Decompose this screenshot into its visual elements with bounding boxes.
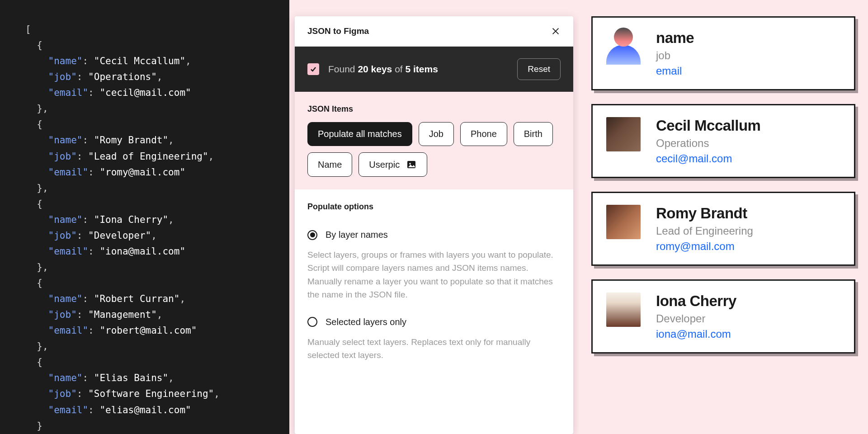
card-name: name <box>656 29 694 47</box>
plugin-window: JSON to Figma Found 20 keys of 5 items R… <box>295 16 573 434</box>
user-card[interactable]: Cecil MccallumOperationscecil@mail.com <box>591 104 855 178</box>
radio-selected-layers[interactable]: Selected layers only <box>307 317 561 327</box>
avatar <box>606 205 641 239</box>
pill-label: Birth <box>524 129 542 139</box>
status-text: Found 20 keys of 5 items <box>328 64 438 75</box>
image-icon <box>406 159 417 170</box>
status-bar: Found 20 keys of 5 items Reset <box>295 47 573 92</box>
card-email: cecil@mail.com <box>656 152 760 165</box>
avatar-placeholder-icon <box>606 29 641 64</box>
pill-birth[interactable]: Birth <box>514 122 553 146</box>
json-items-section: JSON Items Populate all matches Job Phon… <box>295 92 573 189</box>
pill-populate-all[interactable]: Populate all matches <box>307 122 412 146</box>
pill-phone[interactable]: Phone <box>460 122 507 146</box>
card-job: Operations <box>656 137 760 150</box>
card-email: iona@mail.com <box>656 328 736 340</box>
json-code-panel: [ { "name": "Cecil Mccallum", "job": "Op… <box>0 0 289 434</box>
pill-label: Userpic <box>369 160 400 170</box>
status-items: 5 items <box>406 64 438 74</box>
user-card[interactable]: Iona CherryDeveloperiona@mail.com <box>591 279 855 354</box>
card-name: Cecil Mccallum <box>656 117 760 134</box>
card-email: romy@mail.com <box>656 240 753 253</box>
card-job: Developer <box>656 312 736 325</box>
option-description: Manualy select text layers. Replaces tex… <box>307 335 561 362</box>
radio-icon <box>307 317 317 327</box>
pill-name[interactable]: Name <box>307 152 352 177</box>
avatar <box>606 292 641 327</box>
plugin-header: JSON to Figma <box>295 16 573 47</box>
status-left: Found 20 keys of 5 items <box>307 63 438 75</box>
user-card[interactable]: Romy BrandtLead of Engineeringromy@mail.… <box>591 192 855 266</box>
svg-point-1 <box>409 163 411 165</box>
card-text: Cecil MccallumOperationscecil@mail.com <box>656 117 760 165</box>
option-description: Select layers, groups or frames with lay… <box>307 248 561 302</box>
radio-icon <box>307 230 317 240</box>
plugin-column: JSON to Figma Found 20 keys of 5 items R… <box>289 0 579 434</box>
plugin-title: JSON to Figma <box>307 26 369 36</box>
pill-label: Name <box>318 160 342 170</box>
radio-by-layer-names[interactable]: By layer names <box>307 230 561 240</box>
pill-label: Phone <box>471 129 497 139</box>
pill-label: Populate all matches <box>318 129 402 139</box>
json-items-label: JSON Items <box>307 104 561 114</box>
card-name: Iona Cherry <box>656 292 736 310</box>
user-card[interactable]: namejobemail <box>591 16 855 90</box>
card-text: Romy BrandtLead of Engineeringromy@mail.… <box>656 205 753 253</box>
close-icon[interactable] <box>551 26 561 36</box>
pill-userpic[interactable]: Userpic <box>359 152 427 177</box>
reset-button[interactable]: Reset <box>517 58 561 80</box>
card-name: Romy Brandt <box>656 205 753 222</box>
pill-row: Populate all matches Job Phone Birth Nam… <box>307 122 561 177</box>
cards-panel: namejobemailCecil MccallumOperationsceci… <box>579 0 868 434</box>
populate-options-label: Populate options <box>307 202 561 212</box>
status-found: Found <box>328 64 355 74</box>
pill-label: Job <box>429 129 443 139</box>
avatar <box>606 117 641 151</box>
radio-label: Selected layers only <box>326 317 406 327</box>
status-checkbox[interactable] <box>307 63 319 75</box>
card-email: email <box>656 65 694 77</box>
radio-label: By layer names <box>326 230 388 240</box>
card-job: job <box>656 49 694 62</box>
pill-job[interactable]: Job <box>419 122 454 146</box>
card-text: Iona CherryDeveloperiona@mail.com <box>656 292 736 340</box>
card-job: Lead of Engineering <box>656 225 753 237</box>
status-keys: 20 keys <box>358 64 392 74</box>
status-of: of <box>395 64 403 74</box>
populate-options-section: Populate options By layer names Select l… <box>295 189 573 390</box>
card-text: namejobemail <box>656 29 694 77</box>
